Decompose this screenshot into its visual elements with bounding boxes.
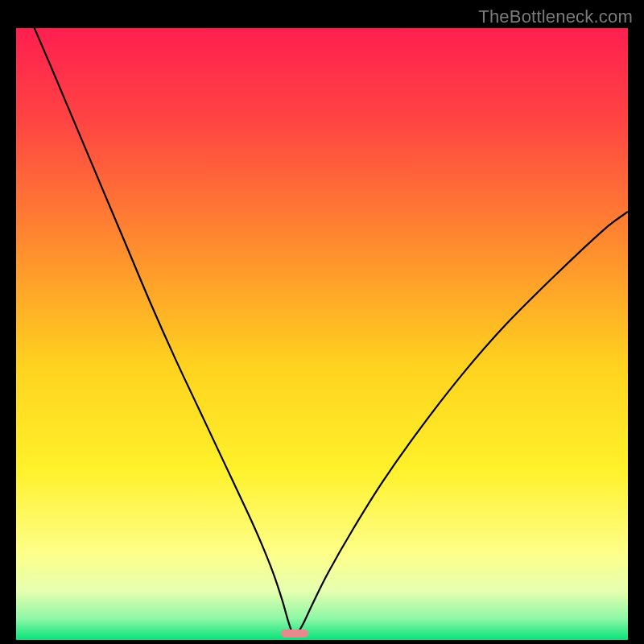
- watermark-text: TheBottleneck.com: [478, 6, 633, 27]
- chart-frame: [16, 28, 628, 640]
- gradient-background: [16, 28, 628, 640]
- optimal-marker: [281, 630, 308, 638]
- bottleneck-chart: [16, 28, 628, 640]
